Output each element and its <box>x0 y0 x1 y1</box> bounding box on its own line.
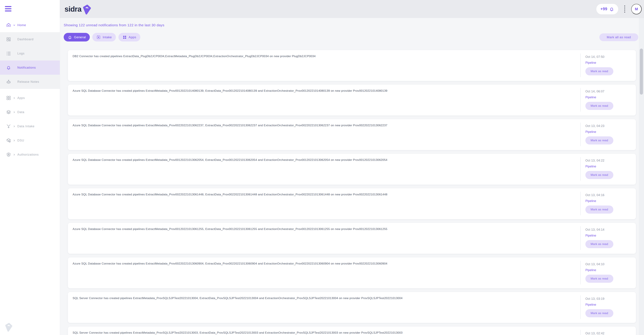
vertical-scrollbar-track[interactable] <box>639 18 644 335</box>
notification-message: Azure SQL Database Connector has created… <box>72 192 572 197</box>
notification-message: Azure SQL Database Connector has created… <box>72 123 572 128</box>
sidra-pin-watermark-icon <box>4 322 13 332</box>
notification-category-link[interactable]: Pipeline <box>586 130 596 134</box>
header-actions: +99 M <box>596 4 642 14</box>
notification-timestamp: Oct 14, 07:50 <box>586 55 636 59</box>
notification-category-link[interactable]: Pipeline <box>586 165 596 168</box>
notification-message: Azure SQL Database Connector has created… <box>72 261 572 266</box>
home-icon <box>6 23 11 28</box>
notification-card: DB2 Connector has created pipelines Extr… <box>68 50 636 81</box>
sidebar-item-label: Data <box>17 110 24 114</box>
intake-scan-icon <box>96 35 101 40</box>
mark-as-read-button[interactable]: Mark as read <box>586 309 613 317</box>
sidebar-item-data-intake[interactable]: Data Intake <box>0 119 60 133</box>
notifications-page: Showing 122 unread notifications from 12… <box>60 18 644 335</box>
notification-meta: Oct 14, 07:50 Pipeline Mark as read <box>580 54 636 77</box>
notification-message: SQL Server Connector has created pipelin… <box>72 330 572 335</box>
chevron-right-icon <box>13 139 16 142</box>
notification-timestamp: Oct 13, 02:42 <box>586 332 636 335</box>
notification-category-link[interactable]: Pipeline <box>586 268 596 272</box>
release-notes-icon <box>6 79 11 84</box>
sidebar-item-logs[interactable]: Logs <box>0 46 60 61</box>
sidebar-item-authorizations[interactable]: Authorizations <box>0 148 60 162</box>
notification-card: Azure SQL Database Connector has created… <box>68 119 636 150</box>
notification-timestamp: Oct 14, 06:07 <box>586 90 636 93</box>
sidebar-item-label: Data Intake <box>17 125 34 128</box>
chevron-right-icon <box>13 125 16 128</box>
user-avatar[interactable]: M <box>631 4 642 14</box>
filters-toolbar: General Intake Apps <box>64 33 638 42</box>
sidebar-item-label: Dashboard <box>17 38 34 41</box>
sidebar-item-label: Release Notes <box>17 80 39 84</box>
intake-arrow-icon <box>6 124 11 129</box>
sidebar-item-home[interactable]: Home <box>0 18 60 32</box>
hamburger-menu-icon[interactable] <box>5 6 12 12</box>
notification-category-link[interactable]: Pipeline <box>586 234 596 237</box>
sidebar-item-label: Authorizations <box>17 153 39 156</box>
notification-meta: Oct 13, 03:19 Pipeline Mark as read <box>580 295 636 319</box>
top-header: sidra +99 M <box>60 0 644 18</box>
notification-card: Azure SQL Database Connector has created… <box>68 85 636 116</box>
notification-timestamp: Oct 13, 04:16 <box>586 193 636 197</box>
notification-timestamp: Oct 13, 04:22 <box>586 159 636 162</box>
filter-chip-label: Apps <box>129 36 136 39</box>
page-title: Showing 122 unread notifications from 12… <box>64 23 638 27</box>
sidra-pin-icon <box>82 3 92 16</box>
sidebar-item-label: DSU <box>17 139 24 142</box>
mark-as-read-button[interactable]: Mark as read <box>586 102 613 110</box>
mark-as-read-button[interactable]: Mark as read <box>586 205 613 214</box>
grid-icon <box>122 35 127 40</box>
filter-chip-apps[interactable]: Apps <box>118 33 140 42</box>
vertical-scrollbar-thumb[interactable] <box>640 49 643 95</box>
notification-card: Azure SQL Database Connector has created… <box>68 223 636 254</box>
mark-all-as-read-button[interactable]: Mark all as read <box>599 33 638 41</box>
sidebar-item-data[interactable]: Data <box>0 105 60 119</box>
bell-icon <box>609 7 614 12</box>
chevron-right-icon <box>13 153 16 156</box>
mark-as-read-button[interactable]: Mark as read <box>586 275 613 283</box>
chevron-right-icon <box>13 111 16 114</box>
notification-category-link[interactable]: Pipeline <box>586 303 596 306</box>
notification-timestamp: Oct 13, 04:23 <box>586 124 636 128</box>
sidebar-item-label: Notifications <box>17 66 36 70</box>
notification-meta: Oct 13, 04:10 Pipeline Mark as read <box>580 261 636 284</box>
logo-text: sidra <box>64 2 81 17</box>
chevron-right-icon <box>13 97 16 99</box>
notification-category-link[interactable]: Pipeline <box>586 96 596 99</box>
sidebar-item-release-notes[interactable]: Release Notes <box>0 75 60 89</box>
notification-message: DB2 Connector has created pipelines Extr… <box>72 54 572 59</box>
sidebar-item-label: Apps <box>17 96 25 100</box>
chevron-down-icon <box>13 24 16 27</box>
mark-as-read-button[interactable]: Mark as read <box>586 67 613 75</box>
notification-timestamp: Oct 13, 04:10 <box>586 262 636 266</box>
dashboard-icon <box>6 37 11 42</box>
sidebar: Home Dashboard <box>0 0 60 335</box>
kebab-menu-icon[interactable] <box>622 4 627 14</box>
sidra-logo[interactable]: sidra <box>64 2 92 17</box>
notification-category-link[interactable]: Pipeline <box>586 199 596 203</box>
notification-meta: Oct 14, 06:07 Pipeline Mark as read <box>580 88 636 112</box>
notification-card: Azure SQL Database Connector has created… <box>68 188 636 219</box>
notifications-list: DB2 Connector has created pipelines Extr… <box>68 50 636 335</box>
notification-message: Azure SQL Database Connector has created… <box>72 89 572 93</box>
bell-icon <box>68 35 72 40</box>
bell-icon <box>6 65 11 70</box>
notification-category-link[interactable]: Pipeline <box>586 61 596 65</box>
notification-card: Azure SQL Database Connector has created… <box>68 257 636 288</box>
sidebar-nav: Home Dashboard <box>0 18 60 162</box>
sidebar-item-dashboard[interactable]: Dashboard <box>0 32 60 46</box>
notification-meta: Oct 13, 04:16 Pipeline Mark as read <box>580 192 636 215</box>
notification-meta: Oct 13, 02:42 Pipeline Mark as read <box>580 330 636 335</box>
filter-chip-intake[interactable]: Intake <box>92 33 116 42</box>
sidebar-home-subgroup: Dashboard Logs <box>0 32 60 89</box>
sidebar-item-label: Logs <box>17 52 24 55</box>
mark-as-read-button[interactable]: Mark as read <box>586 240 613 248</box>
notifications-bell-button[interactable]: +99 <box>596 4 618 14</box>
filter-chip-general[interactable]: General <box>64 33 90 42</box>
sidebar-item-dsu[interactable]: DSU <box>0 133 60 148</box>
notification-meta: Oct 13, 04:22 Pipeline Mark as read <box>580 157 636 181</box>
mark-as-read-button[interactable]: Mark as read <box>586 136 613 145</box>
sidebar-item-notifications[interactable]: Notifications <box>0 61 60 75</box>
sidebar-item-apps[interactable]: Apps <box>0 91 60 105</box>
mark-as-read-button[interactable]: Mark as read <box>586 171 613 179</box>
